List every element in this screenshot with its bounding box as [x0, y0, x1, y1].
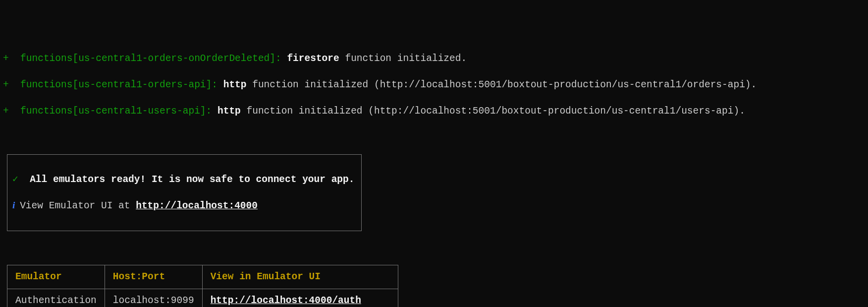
ready-message: All emulators ready! It is now safe to c…: [30, 174, 354, 185]
log-line: + functions[us-central1-orders-onOrderDe…: [0, 52, 868, 65]
function-type: http: [217, 106, 241, 117]
check-icon: ✓: [12, 174, 30, 185]
status-info-line: i View Emulator UI at http://localhost:4…: [12, 199, 354, 212]
log-line: + functions[us-central1-orders-api]: htt…: [0, 78, 868, 91]
plus-icon: +: [3, 53, 20, 64]
plus-icon: +: [3, 106, 20, 117]
function-id: functions[us-central1-users-api]:: [20, 106, 217, 117]
table-header-row: Emulator Host:Port View in Emulator UI: [7, 265, 398, 289]
function-id: functions[us-central1-orders-api]:: [20, 79, 223, 90]
emulator-ui-link[interactable]: http://localhost:4000/auth: [211, 295, 361, 306]
function-type: http: [223, 79, 247, 90]
emulator-name: Authentication: [7, 289, 105, 307]
status-ready-line: ✓ All emulators ready! It is now safe to…: [12, 173, 354, 186]
plus-icon: +: [3, 79, 20, 90]
header-emulator: Emulator: [7, 265, 105, 289]
function-id: functions[us-central1-orders-onOrderDele…: [20, 53, 287, 64]
view-ui-prefix: View Emulator UI at: [20, 200, 136, 211]
table-row: Authentication localhost:9099 http://loc…: [7, 289, 398, 307]
log-tail: function initialized (http://localhost:5…: [247, 79, 757, 90]
emulator-host: localhost:9099: [105, 289, 202, 307]
log-tail: function initialized.: [339, 53, 467, 64]
emulator-table: Emulator Host:Port View in Emulator UI A…: [7, 265, 398, 307]
header-hostport: Host:Port: [105, 265, 202, 289]
log-line: + functions[us-central1-users-api]: http…: [0, 105, 868, 118]
function-type: firestore: [287, 53, 339, 64]
info-icon: i: [12, 200, 20, 210]
header-view: View in Emulator UI: [202, 265, 398, 289]
status-box: ✓ All emulators ready! It is now safe to…: [7, 154, 362, 231]
log-tail: function initialized (http://localhost:5…: [241, 106, 745, 117]
emulator-ui-link[interactable]: http://localhost:4000: [136, 200, 258, 211]
